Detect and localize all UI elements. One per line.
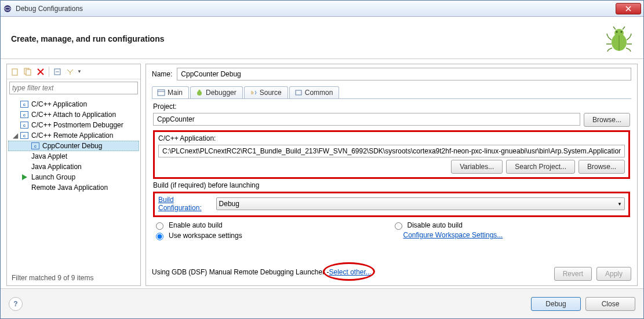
- close-icon: [625, 6, 631, 12]
- svg-marker-13: [22, 174, 27, 180]
- radio-icon[interactable]: [395, 222, 402, 230]
- search-project-button[interactable]: Search Project...: [506, 160, 575, 174]
- enable-auto-build-radio[interactable]: Enable auto build: [153, 221, 392, 230]
- window-controls: [616, 3, 641, 14]
- radio-icon[interactable]: [156, 233, 163, 240]
- build-config-value: Debug: [219, 200, 239, 208]
- highlight-build-config: Build Configuration: Debug ▼: [153, 192, 630, 217]
- tree-item[interactable]: ◢cC/C++ Remote Application: [8, 130, 139, 141]
- browse-app-button[interactable]: Browse...: [578, 160, 625, 174]
- tree-item-label: C/C++ Remote Application: [31, 131, 113, 140]
- tab-label: Source: [260, 89, 282, 97]
- tree-item[interactable]: cC/C++ Postmortem Debugger: [8, 120, 139, 130]
- debug-bug-icon: [605, 25, 633, 53]
- tree-item-label: Remote Java Application: [31, 184, 108, 192]
- project-label: Project:: [153, 102, 630, 111]
- radio-label: Disable auto build: [407, 221, 463, 229]
- radio-label: Enable auto build: [169, 221, 223, 229]
- name-input[interactable]: [177, 68, 631, 80]
- tab-label: Debugger: [206, 89, 237, 97]
- close-window-button[interactable]: [616, 3, 641, 14]
- tree-toggle-icon[interactable]: ◢: [12, 131, 19, 140]
- apply-button[interactable]: Apply: [596, 267, 631, 281]
- app-label: C/C++ Application:: [158, 134, 625, 142]
- tab-main[interactable]: Main: [152, 86, 189, 98]
- config-tree[interactable]: cC/C++ ApplicationcC/C++ Attach to Appli…: [7, 97, 140, 270]
- main-tab-icon: [157, 89, 165, 96]
- svg-rect-8: [13, 69, 17, 71]
- tree-item[interactable]: cCppCounter Debug: [8, 141, 139, 151]
- build-config-link[interactable]: Build Configuration:: [158, 196, 212, 212]
- tab-label: Main: [168, 89, 183, 97]
- name-label: Name:: [152, 70, 172, 78]
- help-button[interactable]: ?: [9, 297, 23, 311]
- tree-item[interactable]: cC/C++ Application: [8, 99, 139, 109]
- page-title: Create, manage, and run configurations: [11, 34, 605, 43]
- eclipse-icon: [3, 4, 12, 13]
- svg-rect-14: [158, 90, 165, 96]
- config-toolbar: ▼: [7, 64, 140, 79]
- tree-item-label: CppCounter Debug: [42, 142, 102, 150]
- chevron-down-icon[interactable]: ▼: [77, 69, 82, 74]
- tabstrip: Main Debugger Source Common: [152, 84, 631, 99]
- tab-main-body: Project: Browse... C/C++ Application: Va…: [152, 99, 631, 260]
- use-workspace-settings-radio[interactable]: Use workspace settings: [153, 231, 392, 240]
- launcher-text: Using GDB (DSF) Manual Remote Debugging …: [152, 268, 329, 276]
- tree-item-label: Java Applet: [31, 152, 67, 160]
- browse-project-button[interactable]: Browse...: [584, 113, 630, 127]
- highlight-application: C/C++ Application: Variables... Search P…: [153, 130, 630, 179]
- close-button[interactable]: Close: [585, 297, 635, 311]
- select-other-link[interactable]: Select other...: [329, 268, 371, 276]
- build-config-select[interactable]: Debug ▼: [216, 197, 625, 210]
- separator: [49, 67, 49, 77]
- tree-item-label: C/C++ Attach to Application: [31, 111, 116, 119]
- filter-input[interactable]: [9, 82, 138, 94]
- revert-button[interactable]: Revert: [554, 267, 592, 281]
- filter-icon[interactable]: [64, 66, 76, 78]
- tree-item[interactable]: Launch Group: [8, 172, 139, 182]
- tab-debugger[interactable]: Debugger: [190, 86, 243, 98]
- tree-item[interactable]: Remote Java Application: [8, 182, 139, 193]
- disable-auto-build-radio[interactable]: Disable auto build: [392, 221, 631, 230]
- bug-tab-icon: [195, 89, 203, 96]
- debug-button[interactable]: Debug: [531, 297, 581, 311]
- tree-item[interactable]: Java Application: [8, 162, 139, 172]
- configure-workspace-link[interactable]: Configure Workspace Settings...: [403, 231, 503, 239]
- project-input[interactable]: [153, 113, 580, 126]
- new-config-icon[interactable]: [9, 66, 21, 78]
- chevron-down-icon: ▼: [617, 201, 622, 207]
- common-tab-icon: [294, 89, 303, 96]
- tree-item-label: C/C++ Application: [31, 100, 87, 108]
- svg-point-17: [198, 90, 201, 92]
- tab-label: Common: [305, 89, 333, 97]
- window-title: Debug Configurations: [16, 5, 616, 13]
- titlebar: Debug Configurations: [1, 1, 643, 17]
- delete-config-icon[interactable]: [35, 66, 46, 78]
- dialog-footer: ? Debug Close: [1, 288, 643, 318]
- content-area: ▼ cC/C++ ApplicationcC/C++ Attach to App…: [1, 59, 643, 288]
- tree-item-label: Launch Group: [31, 173, 75, 181]
- tree-item[interactable]: Java Applet: [8, 151, 139, 162]
- help-icon: ?: [13, 300, 17, 308]
- collapse-all-icon[interactable]: [52, 66, 63, 78]
- source-tab-icon: [249, 89, 257, 96]
- launcher-row: Using GDB (DSF) Manual Remote Debugging …: [152, 260, 631, 282]
- name-row: Name:: [152, 68, 631, 80]
- svg-point-6: [621, 31, 623, 33]
- tree-item[interactable]: cC/C++ Attach to Application: [8, 109, 139, 120]
- header: Create, manage, and run configurations: [1, 17, 643, 59]
- filter-status: Filter matched 9 of 9 items: [7, 270, 140, 285]
- radio-icon[interactable]: [156, 222, 163, 230]
- tab-source[interactable]: Source: [244, 86, 288, 98]
- build-section-label: Build (if required) before launching: [153, 181, 630, 189]
- configurations-panel: ▼ cC/C++ ApplicationcC/C++ Attach to App…: [6, 64, 141, 286]
- config-editor: Name: Main Debugger Source Co: [145, 64, 638, 286]
- svg-rect-18: [296, 90, 301, 95]
- tab-common[interactable]: Common: [289, 86, 340, 98]
- app-path-input[interactable]: [158, 145, 625, 157]
- duplicate-config-icon[interactable]: [22, 66, 34, 78]
- filter-box: [9, 82, 138, 94]
- radio-label: Use workspace settings: [169, 232, 242, 240]
- variables-button[interactable]: Variables...: [451, 160, 503, 174]
- dialog-window: Debug Configurations Create, manage, and…: [0, 0, 644, 319]
